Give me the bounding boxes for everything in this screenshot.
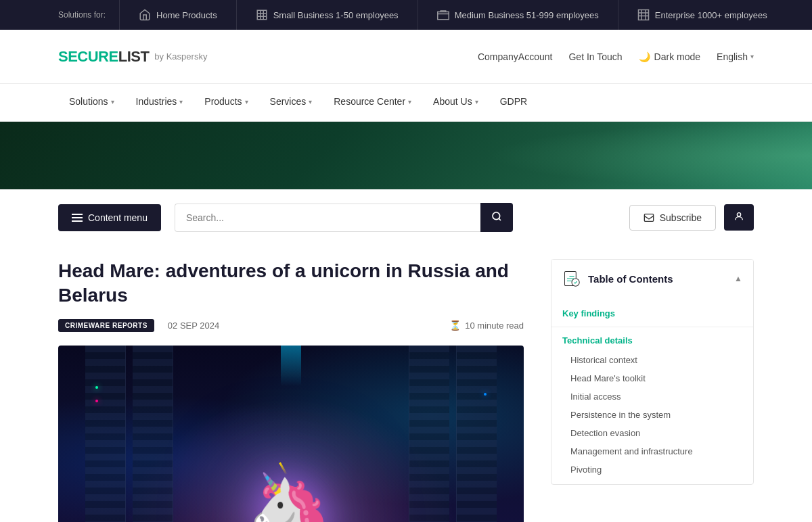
logo-tagline: by Kaspersky [154,51,207,62]
subscribe-button[interactable]: Subscribe [629,205,716,231]
search-button[interactable] [480,203,513,232]
nav-industries[interactable]: Industries ▾ [125,84,194,122]
svg-rect-9 [638,10,648,20]
unicorn-visual: 🦄 [58,346,524,522]
header-actions: Subscribe [629,204,754,231]
toc-box: Table of Contents ▲ Key findings Technic… [551,259,754,485]
content-menu-bar: Content menu Subscribe [0,189,812,245]
logo-area: SECURELIST by Kaspersky [58,48,478,66]
search-icon [491,211,502,222]
hourglass-icon: ⏳ [449,320,461,331]
chevron-down-icon: ▾ [179,98,183,105]
solution-small-biz[interactable]: Small Business 1-50 employees [236,0,418,30]
svg-rect-0 [257,10,267,20]
chevron-down-icon: ▾ [750,53,754,60]
content-menu-button[interactable]: Content menu [58,204,161,231]
toc-detection-evasion[interactable]: Detection evasion [551,424,753,442]
nav-resource-center[interactable]: Resource Center ▾ [323,84,422,122]
toc-head-mare-toolkit[interactable]: Head Mare's toolkit [551,369,753,387]
chevron-down-icon: ▾ [408,98,411,105]
toc-divider [551,327,753,327]
toc-management-infrastructure[interactable]: Management and infrastructure [551,442,753,460]
envelope-icon [644,212,654,223]
solution-medium-biz[interactable]: Medium Business 51-999 employees [418,0,618,30]
toc-items: Key findings Technical details Historica… [551,298,753,484]
language-selector[interactable]: English ▾ [717,51,754,62]
logo-link[interactable]: SECURELIST by Kaspersky [58,48,207,66]
toc-header-left: Table of Contents [562,269,673,288]
top-bar: Solutions for: Home Products Small Busin… [0,0,812,30]
hero-banner [0,122,812,189]
search-input[interactable] [175,204,480,232]
nav-services[interactable]: Services ▾ [259,84,323,122]
article-hero-image: 🦄 [58,346,524,522]
toc-document-icon [562,269,581,288]
building-md-icon [437,9,449,21]
toc-pivoting[interactable]: Pivoting [551,460,753,479]
get-in-touch-link[interactable]: Get In Touch [568,51,622,62]
toc-sidebar: Table of Contents ▲ Key findings Technic… [551,259,754,522]
article-main: Head Mare: adventures of a unicorn in Ru… [58,245,524,522]
nav-about-us[interactable]: About Us ▾ [422,84,489,122]
toc-collapse-icon[interactable]: ▲ [734,274,742,283]
dark-mode-toggle[interactable]: 🌙 Dark mode [639,51,700,62]
header-nav: CompanyAccount Get In Touch 🌙 Dark mode … [478,51,754,62]
toc-technical-details[interactable]: Technical details [551,330,753,351]
building-sm-icon [256,9,268,21]
company-account-link[interactable]: CompanyAccount [478,51,553,62]
main-nav: Solutions ▾ Industries ▾ Products ▾ Serv… [0,84,812,122]
chevron-down-icon: ▾ [475,98,478,105]
hamburger-icon [72,214,83,222]
read-time: ⏳ 10 minute read [449,320,524,331]
logo: SECURELIST [58,48,149,66]
solution-home[interactable]: Home Products [119,0,236,30]
toc-persistence[interactable]: Persistence in the system [551,406,753,424]
home-icon [139,9,151,21]
solutions-label: Solutions for: [0,10,119,20]
svg-rect-15 [644,214,653,221]
user-account-button[interactable] [724,204,754,231]
toc-initial-access[interactable]: Initial access [551,387,753,406]
user-icon [734,211,744,222]
toc-title: Table of Contents [588,273,673,285]
solutions-list: Home Products Small Business 1-50 employ… [119,0,812,30]
article-date: 02 SEP 2024 [168,321,219,331]
chevron-down-icon: ▾ [309,98,312,105]
building-lg-icon [637,9,650,21]
svg-point-16 [737,213,740,216]
article-tag[interactable]: CRIMEWARE REPORTS [58,319,154,332]
site-header: SECURELIST by Kaspersky CompanyAccount G… [0,30,812,84]
toc-header[interactable]: Table of Contents ▲ [551,260,753,298]
nav-gdpr[interactable]: GDPR [489,84,538,122]
article-layout: Head Mare: adventures of a unicorn in Ru… [0,245,812,522]
toc-historical-context[interactable]: Historical context [551,351,753,369]
search-bar [175,203,513,232]
nav-solutions[interactable]: Solutions ▾ [58,84,125,122]
toc-key-findings[interactable]: Key findings [551,303,753,324]
chevron-down-icon: ▾ [245,98,248,105]
chevron-down-icon: ▾ [111,98,114,105]
article-title: Head Mare: adventures of a unicorn in Ru… [58,259,524,308]
article-meta: CRIMEWARE REPORTS 02 SEP 2024 ⏳ 10 minut… [58,319,524,332]
svg-point-14 [493,212,500,220]
nav-products[interactable]: Products ▾ [194,84,258,122]
solution-enterprise[interactable]: Enterprise 1000+ employees [618,0,786,30]
svg-rect-5 [437,12,449,20]
